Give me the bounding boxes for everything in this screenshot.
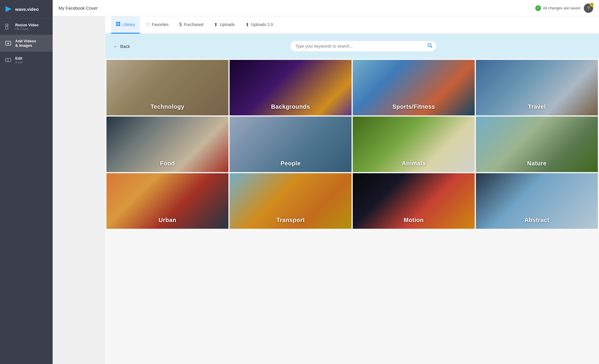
sidebar: wave.video 13:5 Resize Video FB Cover Ad… [0, 0, 53, 364]
svg-rect-9 [118, 22, 120, 24]
category-label-abstract: Abstract [476, 217, 598, 223]
add-videos-icon [4, 39, 12, 47]
dollar-icon: $ [179, 22, 182, 27]
edit-icon [4, 56, 12, 64]
category-label-people: People [230, 160, 352, 167]
tab-uploads[interactable]: ⬆ Uploads [209, 17, 239, 34]
tabs-bar: Library ♡ Favorites $ Purchased ⬆ Upload… [105, 16, 599, 34]
sidebar-item-edit[interactable]: Edit 0 sec [0, 52, 53, 68]
search-area: ← Back [105, 34, 599, 59]
logo-icon [4, 5, 13, 13]
category-label-travel: Travel [476, 103, 598, 110]
search-icon [427, 43, 433, 48]
category-label-nature: Nature [476, 160, 598, 167]
category-card-motion[interactable]: Motion [353, 173, 475, 229]
category-card-transport[interactable]: Transport [230, 173, 352, 229]
sidebar-resize-label: Resize Video [15, 23, 39, 27]
svg-marker-0 [6, 6, 11, 12]
sidebar-add-label2: & Images [15, 43, 36, 48]
back-arrow-icon: ← [113, 44, 118, 49]
upload-icon: ⬆ [214, 22, 218, 27]
resize-icon: 13:5 [4, 22, 12, 31]
svg-rect-8 [116, 22, 118, 24]
tab-purchased[interactable]: $ Purchased [174, 17, 208, 33]
svg-line-13 [431, 46, 432, 48]
category-card-abstract[interactable]: Abstract [476, 173, 598, 229]
back-button[interactable]: ← Back [113, 44, 130, 49]
upload2-icon: ⬆ [245, 22, 249, 27]
search-box [290, 41, 436, 52]
category-card-food[interactable]: Food [106, 117, 228, 172]
logo-area: wave.video [0, 0, 53, 18]
sidebar-item-add-videos[interactable]: Add Videos & Images [0, 35, 53, 52]
category-card-animals[interactable]: Animals [353, 117, 475, 172]
sidebar-add-text: Add Videos & Images [15, 39, 36, 48]
category-label-transport: Transport [230, 217, 352, 223]
grid-icon [116, 22, 121, 27]
sidebar-item-resize[interactable]: 13:5 Resize Video FB Cover [0, 18, 53, 35]
tab-library-label: Library [123, 22, 135, 27]
category-card-backgrounds[interactable]: Backgrounds [230, 60, 352, 115]
tab-library[interactable]: Library [111, 16, 140, 34]
search-button[interactable] [427, 43, 433, 50]
tab-purchased-label: Purchased [184, 22, 203, 27]
svg-rect-10 [116, 24, 118, 26]
sidebar-edit-text: Edit 0 sec [15, 56, 23, 64]
svg-rect-5 [6, 58, 11, 62]
svg-rect-11 [118, 24, 120, 26]
tab-favorites-label: Favorites [152, 22, 169, 27]
category-card-sportsfitness[interactable]: Sports/Fitness [353, 60, 475, 115]
main-content: ✓ All changes are saved ? 1 Library ♡ [105, 16, 599, 364]
sidebar-resize-text: Resize Video FB Cover [15, 23, 39, 31]
svg-text:13:5: 13:5 [6, 25, 9, 26]
category-label-technology: Technology [106, 103, 228, 110]
back-label: Back [120, 44, 130, 49]
logo-text: wave.video [15, 7, 39, 12]
search-input[interactable] [290, 41, 436, 52]
sidebar-resize-sub: FB Cover [15, 27, 39, 31]
category-card-technology[interactable]: Technology [106, 60, 228, 115]
sidebar-add-label: Add Videos [15, 39, 36, 43]
category-label-sportsfitness: Sports/Fitness [353, 103, 475, 110]
tab-uploads-label: Uploads [220, 22, 235, 27]
sidebar-edit-label: Edit [15, 56, 23, 60]
category-label-food: Food [106, 160, 228, 167]
category-label-animals: Animals [353, 160, 475, 167]
tab-uploads2[interactable]: ⬆ Uploads 2.0 [241, 17, 278, 34]
tab-uploads2-label: Uploads 2.0 [251, 22, 273, 27]
category-card-nature[interactable]: Nature [476, 117, 598, 172]
category-card-travel[interactable]: Travel [476, 60, 598, 115]
tab-favorites[interactable]: ♡ Favorites [141, 17, 173, 34]
sidebar-edit-sub: 0 sec [15, 60, 23, 64]
category-label-backgrounds: Backgrounds [230, 103, 352, 110]
category-card-people[interactable]: People [230, 117, 352, 172]
heart-icon: ♡ [146, 22, 150, 27]
category-label-urban: Urban [106, 217, 228, 223]
category-grid: TechnologyBackgroundsSports/FitnessTrave… [105, 59, 599, 230]
category-card-urban[interactable]: Urban [106, 173, 228, 229]
category-label-motion: Motion [353, 217, 475, 223]
svg-rect-3 [6, 27, 8, 29]
